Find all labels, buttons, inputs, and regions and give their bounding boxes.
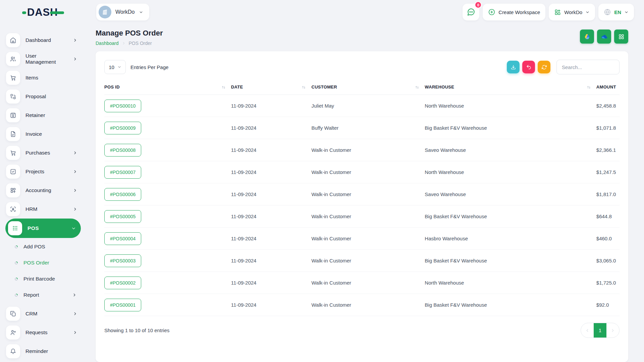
breadcrumb: Dashboard POS Order bbox=[96, 41, 163, 46]
sidebar-item-proposal[interactable]: Proposal bbox=[0, 87, 86, 106]
sort-icon[interactable] bbox=[415, 85, 419, 89]
table-body: #POS00010 11-09-2024 Juliet May North Wa… bbox=[104, 95, 620, 316]
create-workspace-button[interactable]: Create Workspace bbox=[483, 4, 545, 20]
app-menu-button[interactable]: WorkDo bbox=[549, 4, 595, 20]
refresh-button[interactable] bbox=[538, 61, 550, 73]
customer-cell: Buffy Walter bbox=[311, 117, 425, 139]
bullet-icon bbox=[14, 277, 18, 281]
onedrive-icon bbox=[600, 33, 608, 41]
date-cell: 11-09-2024 bbox=[231, 250, 312, 272]
date-cell: 11-09-2024 bbox=[231, 161, 312, 183]
table-row[interactable]: #POS00002 11-09-2024 Walk-in Customer No… bbox=[104, 272, 620, 294]
breadcrumb-chevron-icon bbox=[122, 41, 126, 45]
search-input[interactable] bbox=[556, 60, 620, 74]
table-row[interactable]: #POS00001 11-09-2024 Walk-in Customer Bi… bbox=[104, 294, 620, 316]
reset-button[interactable] bbox=[522, 61, 535, 73]
pos-id-cell: #POS00008 bbox=[104, 139, 231, 161]
column-header-warehouse: WAREHOUSE bbox=[425, 78, 596, 95]
orders-table: POS ID DATE CUSTOMER bbox=[104, 78, 620, 316]
sidebar-item-accounting[interactable]: Accounting bbox=[0, 181, 86, 200]
current-page-button[interactable]: 1 bbox=[594, 323, 606, 338]
sidebar-item-hrm[interactable]: HRM bbox=[0, 200, 86, 219]
sidebar-item-crm[interactable]: CRM bbox=[0, 304, 86, 323]
pos-id-badge[interactable]: #POS00003 bbox=[104, 254, 141, 267]
sort-icon[interactable] bbox=[221, 85, 226, 89]
amount-cell: $1,817.0 bbox=[596, 183, 620, 205]
prev-page-button[interactable] bbox=[581, 323, 594, 338]
google-drive-button[interactable] bbox=[580, 29, 594, 44]
bell-icon bbox=[6, 344, 20, 358]
customer-cell: Walk-in Customer bbox=[311, 250, 425, 272]
warehouse-cell: North Warehouse bbox=[425, 161, 596, 183]
sidebar-item-items[interactable]: Items bbox=[0, 68, 86, 87]
sidebar-subitem-print-barcode[interactable]: Print Barcode bbox=[0, 271, 86, 287]
shuffle-icon bbox=[6, 89, 20, 104]
date-cell: 11-09-2024 bbox=[231, 95, 312, 117]
entries-per-page-label: Entries Per Page bbox=[130, 64, 168, 70]
sidebar-item-pos[interactable]: POS bbox=[5, 219, 81, 238]
amount-cell: $3,065.0 bbox=[596, 250, 620, 272]
pos-id-badge[interactable]: #POS00010 bbox=[104, 100, 141, 112]
sort-icon[interactable] bbox=[302, 85, 306, 89]
table-row[interactable]: #POS00008 11-09-2024 Walk-in Customer Sa… bbox=[104, 139, 620, 161]
sidebar-subitem-report[interactable]: Report bbox=[0, 287, 86, 303]
breadcrumb-dashboard-link[interactable]: Dashboard bbox=[96, 41, 119, 46]
sidebar-item-purchases[interactable]: Purchases bbox=[0, 143, 86, 162]
pagination: 1 bbox=[581, 323, 620, 338]
table-row[interactable]: #POS00009 11-09-2024 Buffy Walter Big Ba… bbox=[104, 117, 620, 139]
pos-id-badge[interactable]: #POS00008 bbox=[104, 144, 141, 157]
messages-button[interactable]: 0 bbox=[463, 4, 479, 20]
brand-logo[interactable]: DASH bbox=[22, 7, 64, 17]
workspace-switcher[interactable]: WorkDo bbox=[96, 4, 149, 20]
column-header-amount: AMOUNT bbox=[596, 78, 620, 95]
table-row[interactable]: #POS00010 11-09-2024 Juliet May North Wa… bbox=[104, 95, 620, 117]
date-cell: 11-09-2024 bbox=[231, 294, 312, 316]
sidebar-subitem-pos-order[interactable]: POS Order bbox=[0, 255, 86, 271]
pos-id-badge[interactable]: #POS00004 bbox=[104, 232, 141, 245]
warehouse-cell: Big Basket F&V Warehouse bbox=[425, 205, 596, 228]
language-selector[interactable]: EN bbox=[598, 4, 634, 20]
users-icon bbox=[6, 52, 20, 66]
sidebar-item-projects[interactable]: Projects bbox=[0, 162, 86, 181]
column-header-date: DATE bbox=[231, 78, 312, 95]
pos-id-badge[interactable]: #POS00009 bbox=[104, 122, 141, 134]
date-cell: 11-09-2024 bbox=[231, 183, 312, 205]
warehouse-cell: Hasbro Warehouse bbox=[425, 228, 596, 250]
pos-id-badge[interactable]: #POS00002 bbox=[104, 277, 141, 289]
entries-per-page-select[interactable]: 10 bbox=[104, 60, 126, 74]
pos-id-badge[interactable]: #POS00001 bbox=[104, 299, 141, 311]
export-button[interactable] bbox=[507, 61, 520, 73]
messages-icon bbox=[467, 8, 475, 16]
warehouse-cell: Saveo Warehouse bbox=[425, 139, 596, 161]
warehouse-cell: Big Basket F&V Warehouse bbox=[425, 294, 596, 316]
table-row[interactable]: #POS00007 11-09-2024 Walk-in Customer No… bbox=[104, 161, 620, 183]
table-row[interactable]: #POS00005 11-09-2024 Walk-in Customer Bi… bbox=[104, 205, 620, 228]
chevron-right-icon bbox=[73, 57, 77, 61]
sidebar-subitem-add-pos[interactable]: Add POS bbox=[0, 239, 86, 255]
pos-submenu: Add POS POS Order Print Barcode Report bbox=[0, 238, 86, 304]
grid-view-button[interactable] bbox=[614, 29, 628, 44]
next-page-button[interactable] bbox=[606, 323, 619, 338]
pos-id-badge[interactable]: #POS00005 bbox=[104, 210, 141, 223]
sidebar-item-user-management[interactable]: User Management bbox=[0, 50, 86, 68]
table-row[interactable]: #POS00004 11-09-2024 Walk-in Customer Ha… bbox=[104, 228, 620, 250]
onedrive-button[interactable] bbox=[597, 29, 611, 44]
download-icon bbox=[511, 64, 516, 70]
check-square-icon bbox=[6, 165, 20, 179]
pos-id-badge[interactable]: #POS00007 bbox=[104, 166, 141, 179]
chevron-right-icon bbox=[73, 169, 77, 174]
sidebar-item-retainer[interactable]: Retainer bbox=[0, 106, 86, 125]
sidebar-item-requests[interactable]: Requests bbox=[0, 323, 86, 342]
page-actions bbox=[580, 29, 628, 44]
copy-icon bbox=[6, 307, 20, 321]
sort-icon[interactable] bbox=[587, 85, 591, 89]
sidebar-item-dashboard[interactable]: Dashboard bbox=[0, 31, 86, 50]
bullet-icon bbox=[14, 245, 18, 249]
language-label: EN bbox=[614, 9, 621, 15]
sidebar-item-invoice[interactable]: Invoice bbox=[0, 125, 86, 143]
pos-id-badge[interactable]: #POS00006 bbox=[104, 188, 141, 201]
amount-cell: $1,247.5 bbox=[596, 161, 620, 183]
table-row[interactable]: #POS00006 11-09-2024 Walk-in Customer Sa… bbox=[104, 183, 620, 205]
sidebar-item-reminder[interactable]: Reminder bbox=[0, 342, 86, 361]
table-row[interactable]: #POS00003 11-09-2024 Walk-in Customer Bi… bbox=[104, 250, 620, 272]
